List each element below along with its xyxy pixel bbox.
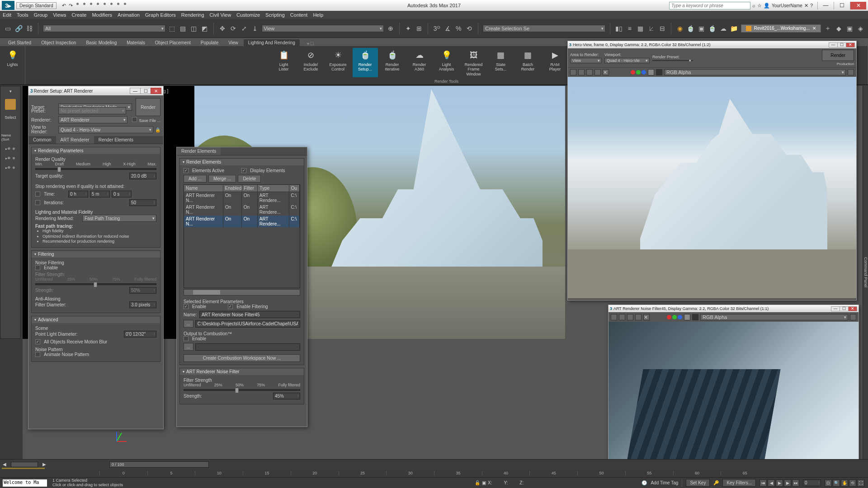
filter-strength-slider[interactable] <box>35 283 156 285</box>
layers-icon[interactable]: ▦ <box>637 24 645 33</box>
rfw1-titlebar[interactable]: 3Hero-View, frame 0, Display Gamma: 2.2,… <box>568 41 856 48</box>
tab-render-elements[interactable]: Render Elements <box>94 136 138 144</box>
ribbon-light-button[interactable]: 💡LightAnalysis <box>434 48 459 77</box>
alpha-channel-icon[interactable] <box>648 69 654 75</box>
menu-animation[interactable]: Animation <box>118 12 140 18</box>
iter-checkbox[interactable] <box>35 200 40 205</box>
rfw-close-button[interactable]: ✕ <box>848 306 857 311</box>
undo-icon[interactable]: ↶ <box>62 3 66 9</box>
menu-rendering[interactable]: Rendering <box>181 12 204 18</box>
spinner-snap-icon[interactable]: ⟲ <box>465 24 473 33</box>
zoom-button[interactable]: 🔍 <box>833 479 840 487</box>
track-next-icon[interactable]: ▶ <box>42 462 46 467</box>
rfw-render-button[interactable]: Render <box>822 50 854 61</box>
rfw-min-button[interactable]: — <box>829 42 838 47</box>
copy-image-icon[interactable] <box>619 314 625 320</box>
tab-object-placement[interactable]: Object Placement <box>151 39 195 46</box>
blue-channel-icon[interactable] <box>678 315 682 319</box>
xref-icon[interactable]: ◈ <box>856 24 864 33</box>
ribbon-collapse-icon[interactable]: ▾ ☐ <box>307 41 315 46</box>
selection-filter-dropdown[interactable]: All <box>43 25 165 32</box>
dialog-titlebar[interactable]: 3 Render Setup: ART Renderer — ☐ ✕ <box>28 86 163 95</box>
elements-table[interactable]: Name Enabled Filter Type Ou ART Renderer… <box>184 184 300 288</box>
select-region-icon[interactable]: ◫ <box>190 24 198 33</box>
nf-slider[interactable] <box>184 389 300 391</box>
target-quality-spinner[interactable]: 20.0 dB <box>129 173 156 179</box>
ribbon-render-button[interactable]: 🍵RenderSetup... <box>353 48 378 77</box>
dialog-close-button[interactable]: ✕ <box>151 88 161 94</box>
menu-civilview[interactable]: Civil View <box>210 12 231 18</box>
tab-materials[interactable]: Materials <box>122 39 150 46</box>
ref-coord-dropdown[interactable]: View <box>262 25 384 32</box>
tree-item[interactable]: ▸👁 ❄ <box>5 156 15 160</box>
alpha-channel-icon[interactable] <box>684 314 690 320</box>
anim-np-checkbox[interactable] <box>35 352 40 357</box>
rollout-header[interactable]: Filtering <box>32 251 160 258</box>
time-tag-icon[interactable]: 🕒 <box>642 480 647 485</box>
quality-slider[interactable] <box>35 168 156 170</box>
ribbon-rendered-button[interactable]: 🖼RenderedFrame Window <box>461 48 486 77</box>
help-icon[interactable]: ? <box>810 3 813 8</box>
render-image-1[interactable] <box>568 77 856 298</box>
menu-tools[interactable]: Tools <box>17 12 28 18</box>
pivot-icon[interactable]: ⊕ <box>387 24 395 33</box>
red-channel-icon[interactable] <box>667 315 671 319</box>
comb-path-input[interactable] <box>195 343 300 351</box>
lock-selection-icon[interactable]: 🔓 <box>475 480 480 485</box>
track-scrollbar[interactable] <box>11 462 38 467</box>
preset-dropdown[interactable] <box>652 60 693 61</box>
username-label[interactable]: YourUserName <box>772 3 802 8</box>
element-name-input[interactable] <box>199 311 300 318</box>
rfw2-titlebar[interactable]: 3ART Renderer Noise Filter45, Display Ga… <box>609 305 859 312</box>
tab-populate[interactable]: Populate <box>196 39 223 46</box>
ribbon-batch-button[interactable]: ▦BatchRender <box>515 48 541 77</box>
help-search-input[interactable] <box>669 2 750 9</box>
time-h-spinner[interactable]: 0 h <box>68 191 88 197</box>
blue-channel-icon[interactable] <box>642 70 646 75</box>
clone-icon[interactable] <box>586 69 593 75</box>
rollout-header[interactable]: Rendering Parameters <box>32 147 160 154</box>
rendered-frame-icon[interactable]: ▣ <box>698 24 706 33</box>
green-channel-icon[interactable] <box>672 315 677 319</box>
schematic-icon[interactable]: ⊟ <box>658 24 666 33</box>
mono-channel-icon[interactable] <box>656 69 662 75</box>
view-dropdown[interactable]: Quad 4 - Hero-View <box>58 126 153 133</box>
next-frame-button[interactable]: ▶ <box>784 479 791 487</box>
layers-panel-icon[interactable]: ◆ <box>835 24 843 33</box>
menu-views[interactable]: Views <box>53 12 66 18</box>
menu-customize[interactable]: Customize <box>236 12 260 18</box>
time-s-spinner[interactable]: 0 s <box>112 191 132 197</box>
channel-dropdown[interactable]: RGB Alpha <box>700 314 848 320</box>
select-icon[interactable]: ▭ <box>4 24 12 33</box>
select-object-icon[interactable]: ⬚ <box>168 24 176 33</box>
percent-snap-icon[interactable]: % <box>454 24 462 33</box>
lock-icon[interactable]: 🔒 <box>155 127 160 132</box>
save-image-icon[interactable] <box>611 314 617 320</box>
workspace-selector[interactable]: Design Standard <box>16 2 57 9</box>
ribbon-include--button[interactable]: ⊘Include/Exclude <box>298 48 324 77</box>
zoom-extents-button[interactable]: ⊡ <box>825 479 832 487</box>
enable-checkbox[interactable] <box>184 304 189 309</box>
close-small-icon[interactable]: ✕ <box>804 3 808 9</box>
track-prev-icon[interactable]: ◀ <box>3 462 6 467</box>
fd-spinner[interactable]: 3.0 pixels <box>129 301 156 308</box>
isolate-icon[interactable]: ▣ <box>845 24 854 33</box>
explorer-expand-icon[interactable]: ▾ <box>9 89 12 94</box>
tab-basic-modeling[interactable]: Basic Modeling <box>81 39 121 46</box>
link-icon[interactable]: 🔗 <box>14 24 23 33</box>
enable-filtering-checkbox[interactable] <box>228 304 233 309</box>
add-button[interactable]: Add ... <box>184 175 207 183</box>
manipulate-icon[interactable]: ✦ <box>404 24 412 33</box>
create-combustion-button[interactable]: Create Combustion Workspace Now ... <box>184 354 300 362</box>
renderer-dropdown[interactable]: ART Renderer <box>58 116 127 123</box>
app-logo[interactable]: 3▸ <box>2 1 14 10</box>
channel-dropdown[interactable]: RGB Alpha <box>664 69 846 75</box>
tab-lighting-rendering[interactable]: Lighting And Rendering <box>244 39 300 46</box>
red-channel-icon[interactable] <box>631 70 635 75</box>
ribbon-exposure-button[interactable]: ☀ExposureControl <box>326 48 351 77</box>
rfw-min-button[interactable]: — <box>831 306 840 311</box>
menu-grapheditors[interactable]: Graph Editors <box>145 12 176 18</box>
tab-art-renderer[interactable]: ART Renderer <box>56 136 94 144</box>
mirror-icon[interactable]: ▮▯ <box>615 24 623 33</box>
named-selection-dropdown[interactable]: Create Selection Se <box>483 25 605 32</box>
